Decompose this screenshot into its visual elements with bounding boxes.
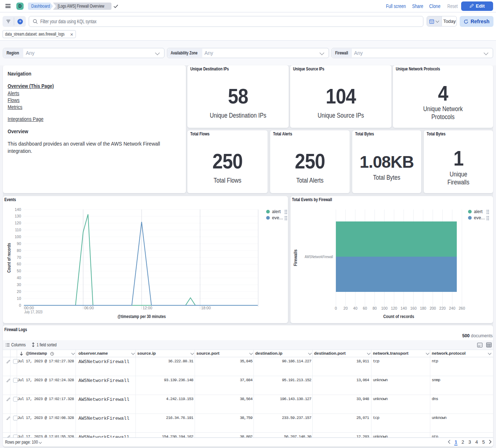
svg-text:Firewalls: Firewalls xyxy=(293,249,298,266)
svg-text:eve...: eve... xyxy=(272,215,283,220)
svg-text:180: 180 xyxy=(420,306,426,310)
svg-text:Count of records: Count of records xyxy=(383,314,414,319)
svg-text:50: 50 xyxy=(17,269,21,273)
svg-text:July 17, 2023: July 17, 2023 xyxy=(24,310,42,314)
svg-text:10: 10 xyxy=(17,296,21,301)
svg-text:80: 80 xyxy=(17,248,21,253)
svg-text:80: 80 xyxy=(373,306,377,310)
svg-text:60: 60 xyxy=(17,262,21,266)
svg-text:130: 130 xyxy=(15,214,21,218)
svg-text:90: 90 xyxy=(17,241,21,246)
svg-text:160: 160 xyxy=(410,306,417,310)
svg-text:AWSNetworkFirewall: AWSNetworkFirewall xyxy=(305,254,333,259)
svg-text:12:00: 12:00 xyxy=(143,306,152,310)
svg-text:18:00: 18:00 xyxy=(201,306,211,310)
svg-text:40: 40 xyxy=(17,276,21,280)
svg-text:140: 140 xyxy=(401,306,407,310)
svg-text:06:00: 06:00 xyxy=(84,306,94,310)
svg-text:70: 70 xyxy=(17,255,21,260)
svg-text:60: 60 xyxy=(363,306,367,310)
svg-text:120: 120 xyxy=(391,306,397,310)
svg-text:40: 40 xyxy=(353,306,358,310)
svg-text:30: 30 xyxy=(17,282,21,287)
svg-text:100: 100 xyxy=(381,306,388,310)
svg-text:200: 200 xyxy=(430,306,436,310)
svg-text:0: 0 xyxy=(19,303,21,308)
svg-text:Count of records: Count of records xyxy=(7,243,12,273)
svg-text:@timestamp per 30 minutes: @timestamp per 30 minutes xyxy=(118,314,166,319)
svg-text:20: 20 xyxy=(343,306,348,310)
svg-text:240: 240 xyxy=(449,306,456,310)
svg-text:140: 140 xyxy=(15,207,21,212)
svg-text:20: 20 xyxy=(17,289,21,294)
svg-text:eve...: eve... xyxy=(474,215,485,220)
svg-text:alert: alert xyxy=(474,209,483,214)
svg-text:100: 100 xyxy=(15,235,21,239)
svg-text:260: 260 xyxy=(459,306,465,310)
svg-text:110: 110 xyxy=(15,228,21,232)
svg-text:alert: alert xyxy=(272,209,281,214)
svg-text:220: 220 xyxy=(439,306,446,310)
svg-text:0: 0 xyxy=(335,306,337,310)
svg-text:120: 120 xyxy=(15,221,21,225)
